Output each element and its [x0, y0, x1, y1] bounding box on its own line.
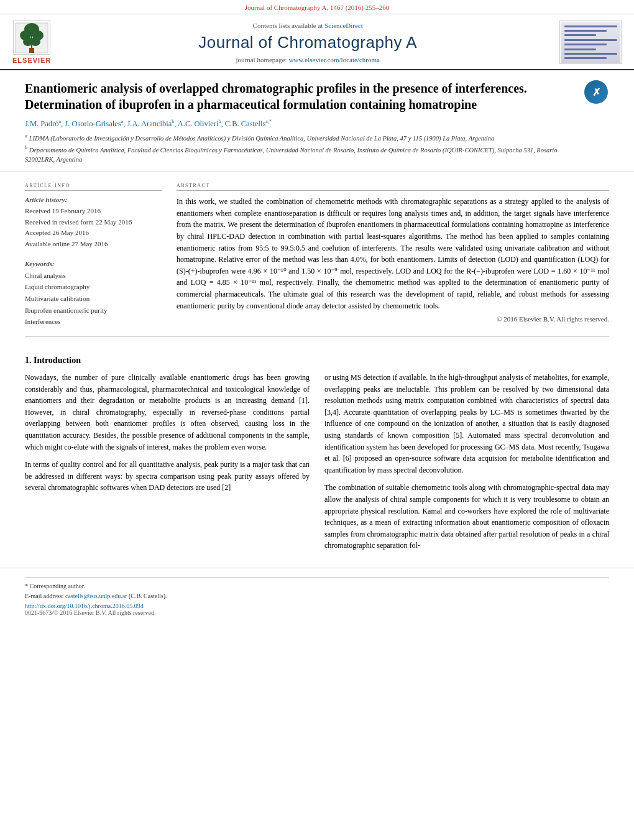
intro-col-right: or using MS detection if available. In t…	[324, 372, 609, 558]
author-5-sup: a,*	[265, 119, 272, 124]
intro-para-1: Nowadays, the number of pure clinically …	[25, 372, 310, 453]
thumb-line-2	[564, 30, 607, 32]
intro-col-left: Nowadays, the number of pure clinically …	[25, 372, 310, 558]
journal-thumbnail-block	[559, 21, 622, 64]
copyright-line: © 2016 Elsevier B.V. All rights reserved…	[177, 315, 609, 323]
author-2-sup: a	[121, 119, 124, 124]
citation-text: Journal of Chromatography A, 1467 (2016)…	[245, 4, 390, 11]
intro-title: 1. Introduction	[25, 356, 609, 366]
thumb-line-1	[564, 25, 617, 27]
crossmark-icon: ✗	[584, 80, 608, 104]
affiliation-a: a LIDMA (Laboratorio de Investigación y …	[25, 132, 572, 143]
star-note: * Corresponding author.	[25, 583, 85, 589]
author-3: J.A. Arancibia	[127, 119, 172, 128]
footer-section: * Corresponding author. E-mail address: …	[0, 568, 634, 621]
elsevier-logo-block: ELSEVIER	[12, 21, 51, 64]
homepage-label: journal homepage:	[236, 56, 287, 63]
intro-columns: Nowadays, the number of pure clinically …	[25, 372, 609, 558]
thumb-line-8	[564, 57, 607, 59]
keyword-5: Interferences	[25, 316, 162, 328]
keywords-block: Keywords: Chiral analysis Liquid chromat…	[25, 260, 162, 328]
thumb-line-6	[564, 48, 596, 50]
email-line: E-mail address: castells@isis.unlp.edu.a…	[25, 591, 609, 601]
email-label: E-mail address:	[25, 593, 63, 599]
revised-date: Received in revised form 22 May 2016	[25, 217, 162, 228]
affil-b-sup: b	[25, 145, 27, 150]
article-title-block: Enantiomeric analysis of overlapped chro…	[25, 80, 584, 165]
affil-a-text: LIDMA (Laboratorio de Investigación y De…	[29, 135, 495, 142]
author-4-sup: b	[218, 119, 221, 124]
introduction-section: 1. Introduction Nowadays, the number of …	[0, 346, 634, 558]
affiliation-b: b Departamento de Química Analítica, Fac…	[25, 144, 572, 164]
elsevier-label: ELSEVIER	[12, 57, 51, 64]
author-3-sup: b	[172, 119, 174, 124]
article-header: Enantiomeric analysis of overlapped chro…	[0, 70, 634, 172]
author-1: J.M. Padró	[25, 119, 59, 128]
thumb-line-4	[564, 39, 617, 41]
article-title: Enantiomeric analysis of overlapped chro…	[25, 80, 572, 113]
homepage-line: journal homepage: www.elsevier.com/locat…	[68, 56, 547, 63]
keyword-4: Ibuprofen enantiomeric purity	[25, 305, 162, 316]
article-info-abstract-section: article info Article history: Received 1…	[0, 172, 634, 328]
issn-line: 0021-9673/© 2016 Elsevier B.V. All right…	[25, 609, 609, 616]
article-history-title: Article history:	[25, 196, 162, 203]
abstract-label: abstract	[177, 181, 609, 191]
email-address[interactable]: castells@isis.unlp.edu.ar	[65, 593, 127, 599]
thumb-line-5	[564, 44, 607, 45]
thumb-line-7	[564, 53, 617, 55]
intro-para-3: or using MS detection if available. In t…	[324, 372, 609, 476]
intro-heading: Introduction	[34, 356, 81, 365]
intro-number: 1.	[25, 356, 32, 365]
crossmark-block[interactable]: ✗	[584, 80, 609, 105]
svg-point-6	[30, 37, 40, 46]
author-1-sup: a	[59, 119, 62, 124]
elsevier-tree-icon	[13, 21, 50, 55]
online-date: Available online 27 May 2016	[25, 239, 162, 250]
intro-para-4: The combination of suitable chemometric …	[324, 482, 609, 552]
abstract-column: abstract In this work, we studied the co…	[177, 181, 609, 328]
email-person: (C.B. Castells).	[129, 593, 167, 599]
journal-thumbnail	[561, 22, 620, 63]
authors-line: J.M. Padróa, J. Osorio-Grisalesa, J.A. A…	[25, 119, 572, 129]
contents-label: Contents lists available at	[253, 22, 323, 29]
homepage-url[interactable]: www.elsevier.com/locate/chroma	[288, 56, 380, 63]
sciencedirect-link[interactable]: ScienceDirect	[324, 22, 363, 29]
author-2: J. Osorio-Grisales	[65, 119, 121, 128]
intro-para-2: In terms of quality control and for all …	[25, 459, 310, 494]
received-date: Received 19 February 2016	[25, 206, 162, 217]
author-5: C.B. Castells	[225, 119, 266, 128]
abstract-text: In this work, we studied the combination…	[177, 196, 609, 312]
svg-rect-7	[29, 48, 34, 53]
affil-a-sup: a	[25, 133, 27, 139]
affiliations-block: a LIDMA (Laboratorio de Investigación y …	[25, 132, 572, 164]
thumb-line-3	[564, 34, 596, 36]
citation-bar: Journal of Chromatography A, 1467 (2016)…	[0, 0, 634, 14]
journal-title: Journal of Chromatography A	[68, 33, 547, 52]
corresponding-author-note: * Corresponding author.	[25, 581, 609, 591]
article-info-column: article info Article history: Received 1…	[25, 181, 162, 328]
footer-divider-top	[25, 577, 609, 578]
contents-line: Contents lists available at ScienceDirec…	[68, 22, 547, 29]
journal-header: ELSEVIER Contents lists available at Sci…	[0, 14, 634, 70]
section-divider	[25, 336, 609, 337]
article-info-label: article info	[25, 181, 162, 191]
keywords-label: Keywords:	[25, 260, 162, 267]
obtained-word: obtained	[456, 530, 481, 538]
affil-b-text: Departamento de Química Analítica, Facul…	[25, 147, 558, 163]
author-4: A.C. Olivieri	[178, 119, 219, 128]
keyword-3: Multivariate calibration	[25, 293, 162, 305]
page: Journal of Chromatography A, 1467 (2016)…	[0, 0, 634, 840]
journal-title-block: Contents lists available at ScienceDirec…	[56, 22, 559, 63]
keyword-2: Liquid chromatography	[25, 281, 162, 293]
doi-line[interactable]: http://dx.doi.org/10.1016/j.chroma.2016.…	[25, 602, 609, 609]
keyword-1: Chiral analysis	[25, 270, 162, 282]
accepted-date: Accepted 26 May 2016	[25, 228, 162, 239]
